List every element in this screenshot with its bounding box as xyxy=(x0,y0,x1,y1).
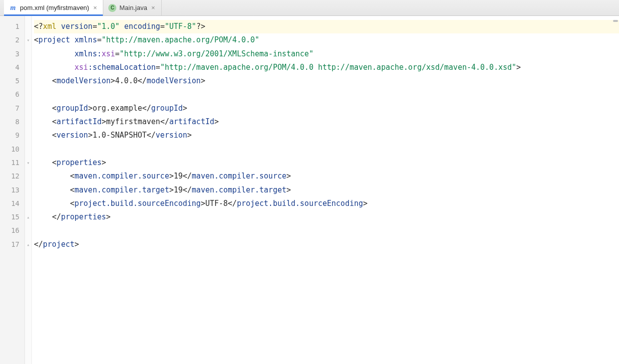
code-line[interactable]: </project> xyxy=(34,238,619,251)
fold-spacer xyxy=(25,47,31,61)
fold-spacer xyxy=(25,20,31,33)
fold-spacer xyxy=(25,129,31,142)
code-line[interactable]: xmlns:xsi="http://www.w3.org/2001/XMLSch… xyxy=(34,47,619,61)
code-line[interactable]: <project.build.sourceEncoding>UTF-8</pro… xyxy=(34,197,619,210)
code-line[interactable]: <properties> xyxy=(34,156,619,170)
code-area[interactable]: <?xml version="1.0" encoding="UTF-8"?><p… xyxy=(32,16,619,364)
scrollbar-marker xyxy=(613,20,618,22)
fold-toggle-icon[interactable]: ▴ xyxy=(25,210,31,224)
fold-spacer xyxy=(25,183,31,197)
line-number-gutter: 1234567891011121314151617 xyxy=(0,16,25,364)
close-icon[interactable]: × xyxy=(150,4,156,11)
tab-main-java[interactable]: C Main.java × xyxy=(103,0,161,15)
code-line[interactable]: <artifactId>myfirstmaven</artifactId> xyxy=(34,115,619,129)
line-number: 11 xyxy=(0,156,19,170)
line-number: 7 xyxy=(0,102,19,115)
code-line[interactable]: xsi:schemaLocation="http://maven.apache.… xyxy=(34,61,619,74)
close-icon[interactable]: × xyxy=(92,4,98,11)
tab-label: pom.xml (myfirstmaven) xyxy=(20,4,89,11)
code-line[interactable]: </properties> xyxy=(34,210,619,224)
tab-label: Main.java xyxy=(119,4,147,11)
fold-toggle-icon[interactable]: ▴ xyxy=(25,238,31,251)
code-line[interactable] xyxy=(34,224,619,237)
line-number: 4 xyxy=(0,61,19,74)
line-number: 10 xyxy=(0,143,19,156)
line-number: 14 xyxy=(0,197,19,210)
fold-spacer xyxy=(25,74,31,88)
line-number: 9 xyxy=(0,129,19,142)
fold-spacer xyxy=(25,224,31,237)
fold-spacer xyxy=(25,170,31,183)
line-number: 12 xyxy=(0,170,19,183)
fold-toggle-icon[interactable]: ▾ xyxy=(25,156,31,170)
code-line[interactable]: <modelVersion>4.0.0</modelVersion> xyxy=(34,74,619,88)
fold-spacer xyxy=(25,102,31,115)
line-number: 8 xyxy=(0,115,19,129)
line-number: 15 xyxy=(0,210,19,224)
code-editor[interactable]: 1234567891011121314151617 ▾▾▴▴ <?xml ver… xyxy=(0,16,619,364)
line-number: 6 xyxy=(0,88,19,101)
code-line[interactable] xyxy=(34,143,619,156)
fold-spacer xyxy=(25,197,31,210)
code-line[interactable]: <project xmlns="http://maven.apache.org/… xyxy=(34,33,619,47)
line-number: 16 xyxy=(0,224,19,237)
line-number: 5 xyxy=(0,74,19,88)
code-line[interactable]: <maven.compiler.target>19</maven.compile… xyxy=(34,183,619,197)
fold-toggle-icon[interactable]: ▾ xyxy=(25,33,31,47)
code-line[interactable]: <maven.compiler.source>19</maven.compile… xyxy=(34,170,619,183)
fold-spacer xyxy=(25,88,31,101)
code-line[interactable] xyxy=(34,88,619,101)
maven-icon: m xyxy=(9,4,17,12)
code-line[interactable]: <version>1.0-SNAPSHOT</version> xyxy=(34,129,619,142)
line-number: 13 xyxy=(0,183,19,197)
code-line[interactable]: <groupId>org.example</groupId> xyxy=(34,102,619,115)
line-number: 17 xyxy=(0,238,19,251)
fold-spacer xyxy=(25,143,31,156)
fold-spacer xyxy=(25,61,31,74)
fold-column[interactable]: ▾▾▴▴ xyxy=(25,16,32,364)
code-line[interactable]: <?xml version="1.0" encoding="UTF-8"?> xyxy=(34,20,619,33)
editor-tabs: m pom.xml (myfirstmaven) × C Main.java × xyxy=(0,0,619,16)
line-number: 1 xyxy=(0,20,19,33)
fold-spacer xyxy=(25,115,31,129)
java-class-icon: C xyxy=(108,4,116,12)
line-number: 3 xyxy=(0,47,19,61)
line-number: 2 xyxy=(0,33,19,47)
tab-pom-xml[interactable]: m pom.xml (myfirstmaven) × xyxy=(4,0,103,15)
